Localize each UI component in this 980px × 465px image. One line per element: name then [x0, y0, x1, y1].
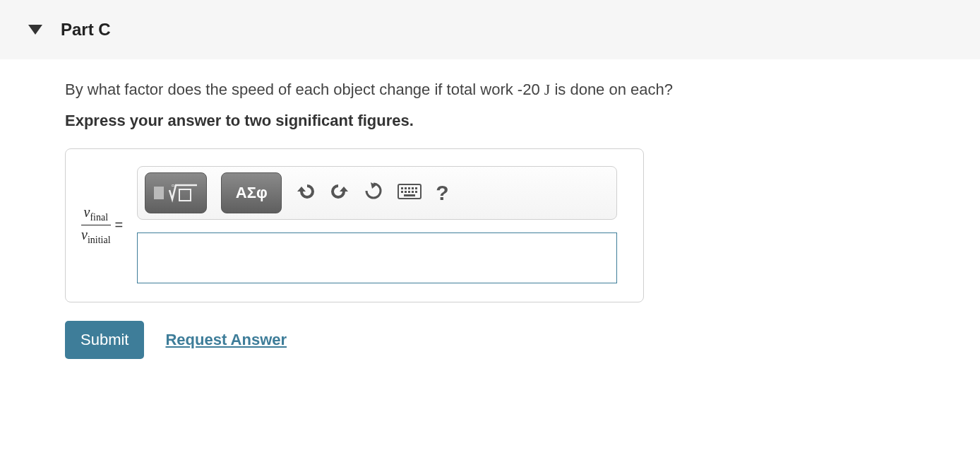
equals-sign: = — [115, 217, 124, 233]
greek-symbols-button[interactable]: ΑΣφ — [221, 172, 282, 213]
svg-text:▫: ▫ — [172, 181, 174, 189]
vfinal-sub: final — [90, 212, 108, 223]
answer-box: vfinal vinitial = ▫ ΑΣ — [65, 148, 644, 302]
submit-button[interactable]: Submit — [65, 321, 144, 359]
answer-input[interactable] — [137, 232, 617, 283]
svg-rect-10 — [405, 191, 407, 193]
equation-toolbar: ▫ ΑΣφ — [137, 166, 617, 220]
svg-rect-4 — [401, 187, 403, 189]
vinitial-v: v — [81, 227, 88, 242]
part-header[interactable]: Part C — [0, 0, 980, 59]
part-title: Part C — [61, 20, 111, 40]
keyboard-icon[interactable] — [398, 182, 422, 204]
help-icon[interactable]: ? — [436, 181, 448, 205]
reset-icon[interactable] — [364, 181, 383, 206]
undo-icon[interactable] — [296, 182, 316, 205]
svg-rect-5 — [405, 187, 407, 189]
svg-rect-2 — [179, 189, 191, 201]
svg-rect-13 — [415, 191, 417, 193]
fraction-numerator: vfinal — [81, 204, 111, 225]
svg-rect-11 — [408, 191, 410, 193]
svg-rect-7 — [412, 187, 414, 189]
svg-rect-0 — [154, 187, 164, 199]
math-templates-button[interactable]: ▫ — [145, 172, 207, 213]
fraction-label: vfinal vinitial — [81, 204, 111, 246]
request-answer-link[interactable]: Request Answer — [165, 331, 287, 349]
instruction-text: Express your answer to two significant f… — [65, 112, 952, 130]
svg-rect-8 — [415, 187, 417, 189]
action-row: Submit Request Answer — [65, 321, 952, 359]
vinitial-sub: initial — [88, 235, 111, 245]
fraction-denominator: vinitial — [81, 225, 111, 246]
question-suffix: is done on each? — [550, 81, 673, 98]
svg-rect-6 — [408, 187, 410, 189]
collapse-triangle-icon[interactable] — [28, 25, 42, 35]
question-text: By what factor does the speed of each ob… — [65, 81, 952, 99]
answer-label: vfinal vinitial = — [81, 204, 127, 246]
svg-rect-12 — [412, 191, 414, 193]
answer-input-area: ▫ ΑΣφ — [137, 166, 628, 283]
question-prefix: By what factor does the speed of each ob… — [65, 81, 544, 98]
question-unit: J — [544, 81, 551, 98]
svg-rect-9 — [401, 191, 403, 193]
svg-rect-14 — [404, 194, 415, 196]
part-content: By what factor does the speed of each ob… — [0, 59, 980, 380]
greek-label: ΑΣφ — [236, 184, 268, 202]
redo-icon[interactable] — [330, 182, 349, 205]
fraction-root-icon: ▫ — [153, 179, 199, 206]
